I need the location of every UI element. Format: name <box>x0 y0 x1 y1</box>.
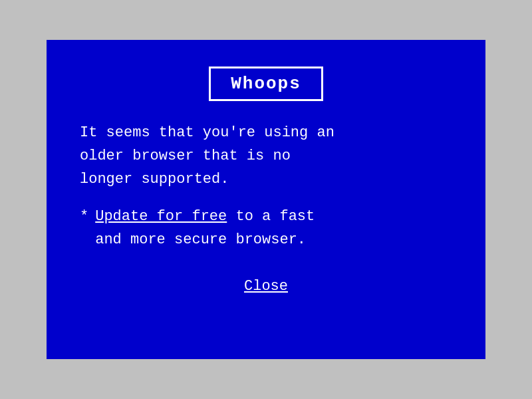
dialog-title: Whoops <box>231 74 301 94</box>
update-line2: and more secure browser. <box>95 231 306 248</box>
body-text: It seems that you're using an older brow… <box>80 121 452 192</box>
update-suffix: to a fast <box>227 208 315 225</box>
body-line3: longer supported. <box>80 171 229 188</box>
title-bar: Whoops <box>209 66 323 101</box>
update-link[interactable]: Update for free <box>95 208 227 225</box>
bullet-content: Update for free to a fast and more secur… <box>95 205 315 251</box>
bullet-symbol: * <box>80 205 88 251</box>
body-line1: It seems that you're using an <box>80 124 334 141</box>
dialog-box: Whoops It seems that you're using an old… <box>47 40 485 359</box>
body-line2: older browser that is no <box>80 148 291 164</box>
close-button[interactable]: Close <box>244 278 288 295</box>
bullet-section: * Update for free to a fast and more sec… <box>80 205 452 251</box>
